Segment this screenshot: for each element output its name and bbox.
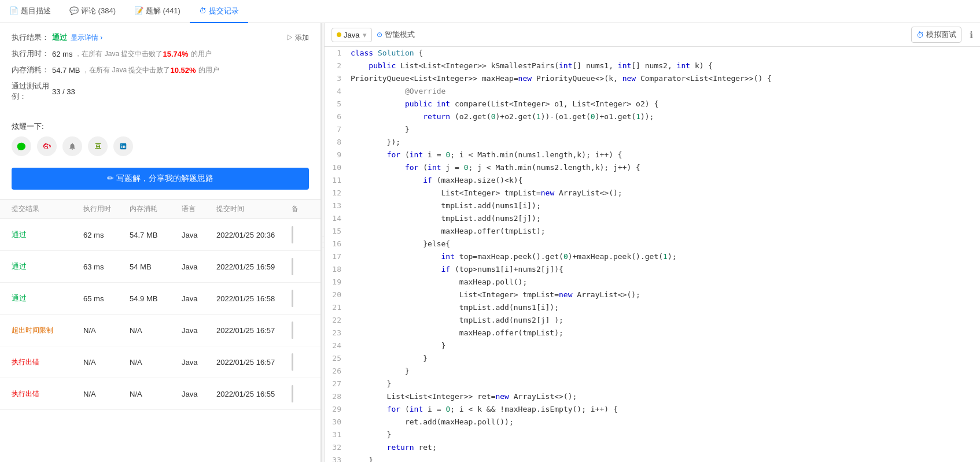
code-line-6: 6 return (o2.get(0)+o2.get(1))-(o1.get(0… bbox=[325, 110, 980, 123]
code-line-1: 1 class Solution { bbox=[325, 47, 980, 60]
share-bell[interactable] bbox=[62, 136, 82, 156]
row3-indicator bbox=[292, 290, 293, 307]
time-desc: ，在所有 Java 提交中击败了 bbox=[75, 49, 163, 59]
row4-status[interactable]: 超出时间限制 bbox=[12, 326, 83, 335]
row6-status[interactable]: 执行出错 bbox=[12, 389, 83, 399]
row5-time: N/A bbox=[83, 358, 130, 367]
row4-mem: N/A bbox=[130, 326, 182, 335]
code-line-31: 31 } bbox=[325, 428, 980, 441]
add-button[interactable]: ▷ 添加 bbox=[286, 33, 309, 43]
code-line-29: 29 for (int i = 0; i < k && !maxHeap.isE… bbox=[325, 403, 980, 416]
code-line-9: 9 for (int i = 0; i < Math.min(nums1.len… bbox=[325, 149, 980, 161]
simulate-interview-button[interactable]: ⏱ 模拟面试 bbox=[911, 27, 961, 43]
row2-mem: 54 MB bbox=[130, 263, 182, 271]
cases-value: 33 / 33 bbox=[52, 87, 75, 96]
table-row: 执行出错 N/A N/A Java 2022/01/25 16:57 bbox=[0, 346, 320, 378]
mode-text: 智能模式 bbox=[385, 29, 415, 40]
code-line-20: 20 List<Integer> tmpList=new ArrayList<>… bbox=[325, 289, 980, 301]
info-button[interactable]: ℹ bbox=[970, 29, 973, 40]
code-line-27: 27 } bbox=[325, 378, 980, 390]
status-value: 通过 bbox=[52, 32, 67, 43]
row2-date: 2022/01/25 16:59 bbox=[216, 263, 292, 271]
code-line-19: 19 maxHeap.poll(); bbox=[325, 276, 980, 289]
time-label: 执行用时： bbox=[12, 49, 52, 59]
row3-lang: Java bbox=[182, 294, 216, 303]
mem-value: 54.7 MB bbox=[52, 66, 80, 75]
tab-comments[interactable]: 💬 评论 (384) bbox=[60, 0, 125, 23]
row1-date: 2022/01/25 20:36 bbox=[216, 231, 292, 239]
row3-status[interactable]: 通过 bbox=[12, 293, 83, 304]
lang-label: Java bbox=[344, 31, 359, 39]
tab-solutions-icon: 📝 bbox=[134, 6, 143, 15]
row6-date: 2022/01/25 16:55 bbox=[216, 390, 292, 398]
row4-lang: Java bbox=[182, 326, 216, 335]
code-line-24: 24 } bbox=[325, 339, 980, 352]
row1-lang: Java bbox=[182, 231, 216, 239]
language-selector[interactable]: Java ▾ bbox=[331, 28, 372, 42]
row5-status[interactable]: 执行出错 bbox=[12, 357, 83, 367]
sim-label: 模拟面试 bbox=[926, 29, 956, 40]
header-mem: 内存消耗 bbox=[130, 204, 182, 214]
submissions-table: 提交结果 执行用时 内存消耗 语言 提交时间 备 通过 62 ms 54.7 M… bbox=[0, 199, 320, 462]
row1-indicator bbox=[292, 226, 293, 243]
code-line-32: 32 return ret; bbox=[325, 441, 980, 454]
code-line-15: 15 maxHeap.offer(tmpList); bbox=[325, 225, 980, 238]
lang-dot bbox=[337, 32, 341, 37]
table-row: 通过 63 ms 54 MB Java 2022/01/25 16:59 bbox=[0, 251, 320, 283]
left-panel: 执行结果： 通过 显示详情 › ▷ 添加 执行用时： 62 ms ，在所有 Ja… bbox=[0, 23, 321, 462]
detail-link[interactable]: 显示详情 › bbox=[71, 33, 102, 43]
row6-lang: Java bbox=[182, 390, 216, 398]
share-douban[interactable]: 豆 bbox=[88, 136, 108, 156]
table-row: 通过 65 ms 54.9 MB Java 2022/01/25 16:58 bbox=[0, 283, 320, 315]
share-label: 炫耀一下: bbox=[12, 121, 309, 132]
row6-time: N/A bbox=[83, 390, 130, 398]
header-extra: 备 bbox=[292, 204, 309, 214]
tab-solutions[interactable]: 📝 题解 (441) bbox=[125, 0, 190, 23]
status-label: 执行结果： bbox=[12, 32, 52, 43]
time-value: 62 ms bbox=[52, 50, 72, 58]
share-icons: 豆 bbox=[12, 136, 309, 156]
code-line-10: 10 for (int j = 0; j < Math.min(nums2.le… bbox=[325, 161, 980, 174]
share-linkedin[interactable] bbox=[113, 136, 133, 156]
tab-submissions[interactable]: ⏱ 提交记录 bbox=[190, 0, 248, 23]
time-suffix: 的用户 bbox=[191, 49, 212, 59]
cases-label: 通过测试用例： bbox=[12, 81, 52, 102]
code-editor-panel: Java ▾ ⊙ 智能模式 ⏱ 模拟面试 ℹ 1 class Solution … bbox=[325, 23, 980, 462]
row2-status[interactable]: 通过 bbox=[12, 261, 83, 272]
row2-time: 63 ms bbox=[83, 263, 130, 271]
tab-description[interactable]: 📄 题目描述 bbox=[0, 0, 60, 23]
tab-description-icon: 📄 bbox=[9, 6, 19, 15]
memory-row: 内存消耗： 54.7 MB ，在所有 Java 提交中击败了 10.52% 的用… bbox=[12, 65, 309, 75]
code-line-21: 21 tmpList.add(nums1[i]); bbox=[325, 301, 980, 314]
header-lang: 语言 bbox=[182, 204, 216, 214]
row1-status[interactable]: 通过 bbox=[12, 230, 83, 240]
tab-comments-icon: 💬 bbox=[69, 6, 79, 15]
mode-label: ⊙ 智能模式 bbox=[377, 29, 415, 40]
row1-mem: 54.7 MB bbox=[130, 231, 182, 239]
code-line-23: 23 maxHeap.offer(tmpList); bbox=[325, 327, 980, 339]
table-row: 通过 62 ms 54.7 MB Java 2022/01/25 20:36 bbox=[0, 219, 320, 251]
share-weibo[interactable] bbox=[37, 136, 57, 156]
code-line-13: 13 tmpList.add(nums1[i]); bbox=[325, 199, 980, 212]
editor-toolbar: Java ▾ ⊙ 智能模式 ⏱ 模拟面试 ℹ bbox=[325, 23, 980, 47]
code-line-25: 25 } bbox=[325, 352, 980, 365]
code-line-12: 12 List<Integer> tmpList=new ArrayList<>… bbox=[325, 187, 980, 199]
row4-date: 2022/01/25 16:57 bbox=[216, 326, 292, 335]
time-row: 执行用时： 62 ms ，在所有 Java 提交中击败了 15.74% 的用户 bbox=[12, 49, 309, 59]
code-line-2: 2 public List<List<Integer>> kSmallestPa… bbox=[325, 60, 980, 72]
code-line-16: 16 }else{ bbox=[325, 238, 980, 250]
code-line-3: 3 PriorityQueue<List<Integer>> maxHeap=n… bbox=[325, 72, 980, 85]
share-section: 炫耀一下: 豆 bbox=[0, 117, 320, 163]
header-time: 执行用时 bbox=[83, 204, 130, 214]
code-area[interactable]: 1 class Solution { 2 public List<List<In… bbox=[325, 47, 980, 462]
share-wechat[interactable] bbox=[12, 136, 31, 156]
table-row: 执行出错 N/A N/A Java 2022/01/25 16:55 bbox=[0, 378, 320, 410]
code-line-11: 11 if (maxHeap.size()<k){ bbox=[325, 174, 980, 187]
row6-indicator bbox=[292, 385, 293, 402]
row3-time: 65 ms bbox=[83, 294, 130, 303]
write-solution-button[interactable]: ✏ 写题解，分享我的解题思路 bbox=[12, 168, 309, 190]
code-line-26: 26 } bbox=[325, 365, 980, 378]
main-layout: 执行结果： 通过 显示详情 › ▷ 添加 执行用时： 62 ms ，在所有 Ja… bbox=[0, 23, 980, 462]
row3-mem: 54.9 MB bbox=[130, 294, 182, 303]
code-line-30: 30 ret.add(maxHeap.poll()); bbox=[325, 416, 980, 428]
